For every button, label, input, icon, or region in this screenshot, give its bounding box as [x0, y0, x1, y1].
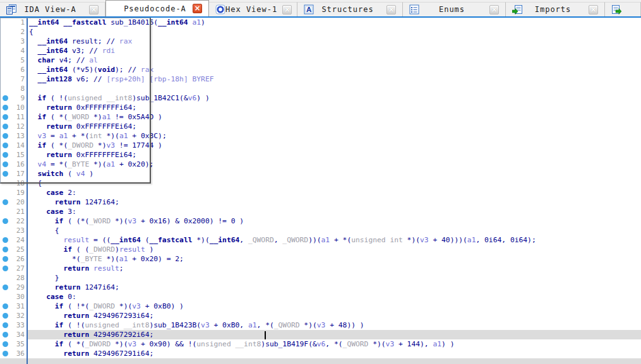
breakpoint-gutter[interactable]: 15 — [0, 150, 28, 160]
breakpoint-gutter[interactable]: 25 — [0, 245, 28, 254]
code-text[interactable]: if ( !(unsigned __int8)sub_1B42C1(&v6) ) — [28, 93, 641, 103]
breakpoint-gutter[interactable]: 6 — [0, 65, 28, 74]
code-text[interactable]: __int64 result; // rax — [28, 37, 641, 46]
close-icon[interactable]: × — [282, 5, 292, 15]
code-text[interactable]: case 2: — [28, 188, 641, 197]
breakpoint-gutter[interactable]: 30 — [0, 292, 28, 302]
breakpoint-dot[interactable] — [3, 105, 8, 110]
close-icon[interactable]: × — [193, 4, 202, 13]
breakpoint-gutter[interactable]: 26 — [0, 254, 28, 264]
code-text[interactable]: *(_BYTE *)(a1 + 0x20) = 2; — [28, 254, 641, 264]
code-text[interactable]: return 4294967293i64; — [28, 311, 641, 320]
breakpoint-gutter[interactable]: 19 — [0, 188, 28, 197]
breakpoint-gutter[interactable]: 31 — [0, 302, 28, 311]
breakpoint-gutter[interactable]: 13 — [0, 131, 28, 141]
breakpoint-dot[interactable] — [3, 161, 8, 167]
code-text[interactable]: char v4; // al — [28, 56, 641, 65]
breakpoint-gutter[interactable]: 5 — [0, 56, 28, 65]
breakpoint-dot[interactable] — [3, 199, 8, 205]
close-icon[interactable]: × — [89, 5, 99, 15]
breakpoint-gutter[interactable]: 21 — [0, 207, 28, 216]
breakpoint-dot[interactable] — [3, 143, 8, 148]
breakpoint-gutter[interactable]: 9 — [0, 93, 28, 103]
code-text[interactable] — [28, 84, 641, 93]
close-icon[interactable]: × — [489, 5, 499, 15]
breakpoint-gutter[interactable]: 28 — [0, 273, 28, 283]
code-text[interactable]: return 1247i64; — [28, 197, 641, 207]
breakpoint-dot[interactable] — [3, 266, 8, 271]
code-text[interactable]: case 3: — [28, 207, 641, 216]
code-text[interactable]: { — [28, 226, 641, 235]
code-text[interactable]: if ( *(_DWORD *)v3 != 17744 ) — [28, 141, 641, 150]
breakpoint-gutter[interactable]: 11 — [0, 112, 28, 122]
code-text[interactable]: __int64 __fastcall sub_1B4016(__int64 a1… — [28, 18, 641, 27]
code-text[interactable]: return 0xFFFFFFFEi64; — [28, 150, 641, 160]
tab-enums[interactable]: Enums× — [403, 2, 506, 16]
code-text[interactable]: case 0: — [28, 292, 641, 302]
breakpoint-dot[interactable] — [3, 351, 8, 356]
breakpoint-gutter[interactable]: 33 — [0, 320, 28, 330]
breakpoint-gutter[interactable]: 20 — [0, 197, 28, 207]
tab-ida-view-a[interactable]: IDA View-A× — [0, 2, 105, 16]
breakpoint-gutter[interactable]: 36 — [0, 349, 28, 358]
breakpoint-gutter[interactable]: 14 — [0, 141, 28, 150]
code-text[interactable]: v4 = *(_BYTE *)(a1 + 0x20); — [28, 160, 641, 169]
close-icon[interactable]: × — [386, 5, 396, 15]
code-text[interactable]: if ( *(_WORD *)a1 != 0x5A4D ) — [28, 112, 641, 122]
code-text[interactable]: { — [28, 179, 641, 188]
breakpoint-dot[interactable] — [3, 332, 8, 338]
code-text[interactable]: return 4294967292i64; — [28, 330, 641, 339]
code-text[interactable]: __int64 (*v5)(void); // rax — [28, 65, 641, 74]
breakpoint-gutter[interactable]: 18 — [0, 179, 28, 188]
tab-hex-view-1[interactable]: Hex View-1× — [209, 2, 297, 16]
close-icon[interactable]: × — [589, 5, 598, 15]
code-text[interactable]: if ( (_DWORD)result ) — [28, 245, 641, 254]
code-text[interactable]: { — [28, 27, 641, 37]
breakpoint-dot[interactable] — [3, 152, 8, 158]
breakpoint-dot[interactable] — [3, 256, 8, 262]
breakpoint-gutter[interactable]: 7 — [0, 74, 28, 84]
breakpoint-gutter[interactable]: 2 — [0, 27, 28, 37]
breakpoint-dot[interactable] — [3, 341, 8, 347]
code-text[interactable]: return 0xFFFFFFFFi64; — [28, 103, 641, 112]
breakpoint-gutter[interactable]: 24 — [0, 235, 28, 245]
code-text[interactable]: } — [28, 273, 641, 283]
breakpoint-dot[interactable] — [3, 303, 8, 309]
breakpoint-gutter[interactable]: 1 — [0, 18, 28, 27]
tab-structures[interactable]: AStructures× — [297, 2, 403, 16]
code-text[interactable]: __int64 v3; // rdi — [28, 46, 641, 56]
breakpoint-dot[interactable] — [3, 322, 8, 328]
code-text[interactable]: return result; — [28, 264, 641, 273]
code-text[interactable]: if ( !(unsigned __int8)sub_1B423B(v3 + 0… — [28, 320, 641, 330]
tab-cut-off[interactable] — [605, 2, 641, 16]
breakpoint-gutter[interactable]: 8 — [0, 84, 28, 93]
breakpoint-dot[interactable] — [3, 237, 8, 243]
breakpoint-gutter[interactable]: 29 — [0, 283, 28, 292]
breakpoint-dot[interactable] — [3, 171, 8, 177]
breakpoint-gutter[interactable]: 10 — [0, 103, 28, 112]
tab-pseudocode-a[interactable]: Pseudocode-A× — [105, 0, 209, 16]
breakpoint-gutter[interactable]: 34 — [0, 330, 28, 339]
breakpoint-gutter[interactable]: 35 — [0, 339, 28, 349]
code-text[interactable]: result = ((__int64 (__fastcall *)(__int6… — [28, 235, 641, 245]
breakpoint-dot[interactable] — [3, 247, 8, 252]
breakpoint-gutter[interactable]: 4 — [0, 46, 28, 56]
breakpoint-gutter[interactable]: 22 — [0, 216, 28, 226]
breakpoint-gutter[interactable]: 3 — [0, 37, 28, 46]
breakpoint-dot[interactable] — [3, 114, 8, 120]
breakpoint-dot[interactable] — [3, 218, 8, 224]
breakpoint-dot[interactable] — [3, 124, 8, 129]
code-text[interactable]: return 0xFFFFFFFEi64; — [28, 122, 641, 131]
tab-imports[interactable]: Imports× — [506, 2, 605, 16]
code-text[interactable]: switch ( v4 ) — [28, 169, 641, 179]
breakpoint-gutter[interactable]: 32 — [0, 311, 28, 320]
breakpoint-gutter[interactable]: 23 — [0, 226, 28, 235]
breakpoint-dot[interactable] — [3, 95, 8, 101]
code-text[interactable]: __int128 v6; // [rsp+20h] [rbp-18h] BYRE… — [28, 74, 641, 84]
breakpoint-gutter[interactable]: 12 — [0, 122, 28, 131]
code-text[interactable]: return 1247i64; — [28, 283, 641, 292]
breakpoint-dot[interactable] — [3, 133, 8, 139]
code-text[interactable]: if ( (*(_WORD *)(v3 + 0x16) & 0x2000) !=… — [28, 216, 641, 226]
code-text[interactable]: return 4294967291i64; — [28, 349, 641, 358]
code-text[interactable]: if ( *(_DWORD *)(v3 + 0x90) && !(unsigne… — [28, 339, 641, 349]
